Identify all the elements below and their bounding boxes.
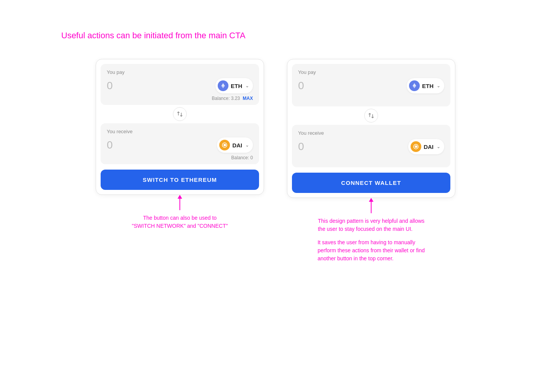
- left-receive-amount: 0: [107, 139, 113, 151]
- left-balance-row: Balance: 3.23 MAX: [107, 96, 253, 101]
- right-eth-selector[interactable]: ETH ⌄: [407, 78, 444, 93]
- right-swap-card: You pay 0 ETH ⌄: [287, 59, 455, 198]
- left-dai-icon: [219, 140, 230, 150]
- left-you-receive-box: You receive 0 DAI ⌄: [101, 123, 259, 164]
- right-you-receive-label: You receive: [298, 130, 444, 136]
- left-swap-card: You pay 0 ETH ⌄ B: [96, 59, 264, 195]
- left-you-pay-box: You pay 0 ETH ⌄ B: [101, 64, 259, 105]
- right-dai-icon: [411, 141, 421, 152]
- left-eth-selector[interactable]: ETH ⌄: [215, 78, 253, 93]
- left-arrow-line: [179, 198, 180, 210]
- left-dai-chevron: ⌄: [245, 142, 249, 148]
- left-dai-label: DAI: [232, 142, 242, 149]
- left-annotation-text: The button can also be used to"SWITCH NE…: [132, 214, 228, 230]
- right-annotation: This design pattern is very helpful and …: [318, 198, 425, 263]
- right-dai-label: DAI: [424, 144, 434, 150]
- left-you-pay-label: You pay: [107, 69, 253, 75]
- right-eth-icon: [409, 80, 420, 91]
- left-eth-label: ETH: [231, 83, 242, 89]
- right-pay-amount: 0: [298, 80, 304, 92]
- left-eth-icon: [218, 80, 228, 91]
- right-dai-balance: [298, 157, 444, 163]
- right-swap-arrow-button[interactable]: [364, 109, 378, 122]
- right-panel: You pay 0 ETH ⌄: [287, 59, 455, 263]
- page-title: Useful actions can be initiated from the…: [61, 31, 245, 41]
- left-panel: You pay 0 ETH ⌄ B: [96, 59, 264, 230]
- left-pay-amount: 0: [107, 80, 113, 92]
- right-you-pay-box: You pay 0 ETH ⌄: [292, 64, 450, 106]
- left-swap-arrow-button[interactable]: [173, 107, 187, 121]
- right-you-receive-box: You receive 0 DAI ⌄: [292, 125, 450, 167]
- right-dai-selector[interactable]: DAI ⌄: [408, 139, 444, 154]
- left-eth-chevron: ⌄: [245, 83, 249, 88]
- left-max-button[interactable]: MAX: [243, 96, 253, 101]
- right-dai-chevron: ⌄: [437, 144, 440, 149]
- right-receive-amount: 0: [298, 140, 304, 153]
- right-annotation-text2: It saves the user from having to manuall…: [318, 238, 425, 263]
- left-you-receive-label: You receive: [107, 129, 253, 134]
- right-eth-chevron: ⌄: [437, 83, 440, 88]
- right-annotation-text1: This design pattern is very helpful and …: [318, 217, 425, 233]
- left-dai-balance: Balance: 0: [107, 155, 253, 160]
- left-annotation: The button can also be used to"SWITCH NE…: [132, 195, 228, 230]
- right-balance-row: [298, 96, 444, 103]
- right-arrow-line: [371, 201, 372, 213]
- right-cta-button[interactable]: CONNECT WALLET: [292, 173, 450, 193]
- left-cta-button[interactable]: SWITCH TO ETHEREUM: [101, 170, 259, 190]
- right-eth-label: ETH: [422, 83, 434, 89]
- right-you-pay-label: You pay: [298, 69, 444, 75]
- left-dai-selector[interactable]: DAI ⌄: [217, 137, 253, 153]
